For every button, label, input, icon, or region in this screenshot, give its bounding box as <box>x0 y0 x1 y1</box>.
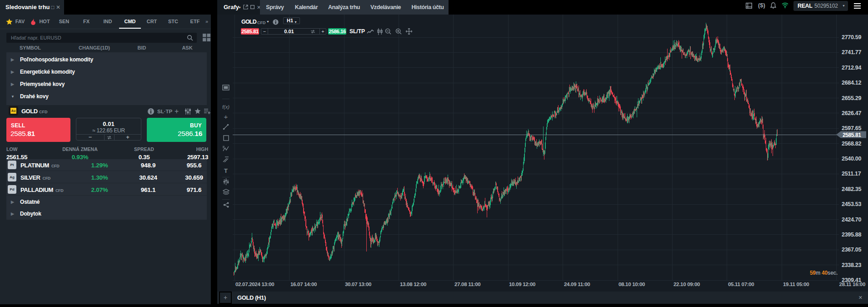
svg-text:2585.81: 2585.81 <box>843 132 861 138</box>
